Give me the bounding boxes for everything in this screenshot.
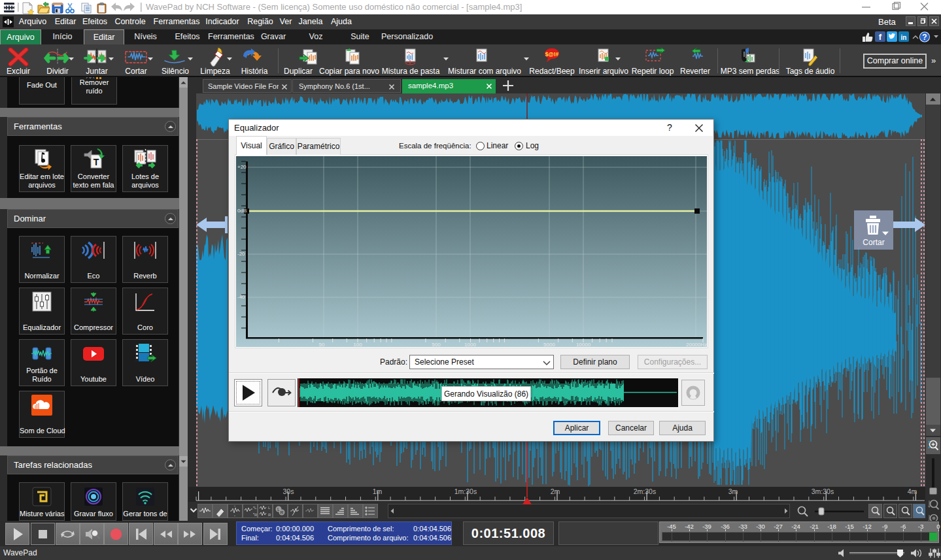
svg-text:$@!#: $@!# bbox=[545, 51, 559, 58]
svg-text:L: L bbox=[254, 506, 257, 510]
svg-text:T: T bbox=[94, 157, 99, 167]
svg-text:?: ? bbox=[922, 33, 927, 42]
svg-text:L: L bbox=[268, 506, 271, 510]
svg-text:R: R bbox=[280, 510, 283, 515]
svg-text:in: in bbox=[901, 34, 907, 41]
svg-text:R: R bbox=[268, 513, 271, 517]
svg-text:f: f bbox=[879, 32, 882, 42]
